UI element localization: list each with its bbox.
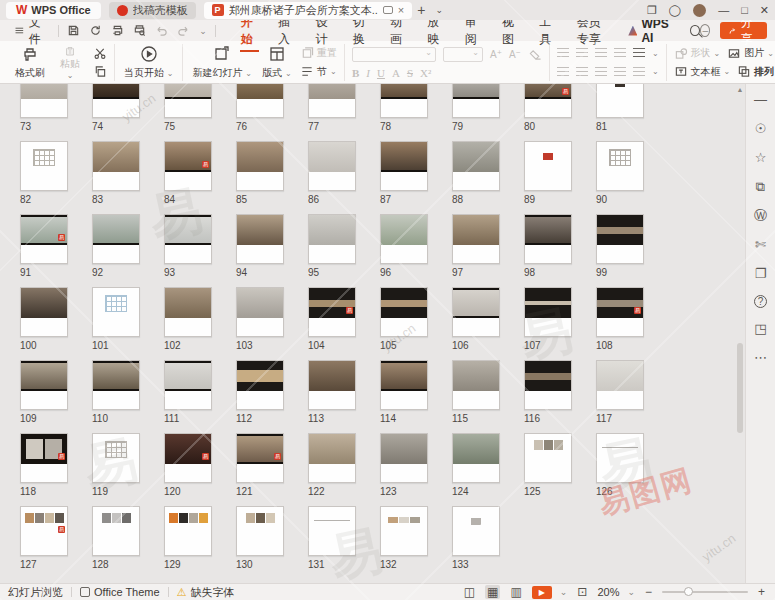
- reading-view-button[interactable]: ▥: [508, 585, 523, 599]
- slide-thumbnail-126[interactable]: [596, 433, 644, 483]
- paste-button[interactable]: 粘贴 ⌄: [53, 44, 87, 81]
- minimize-button[interactable]: —: [718, 4, 729, 16]
- increase-indent-icon[interactable]: [614, 48, 626, 58]
- slide-thumbnail-123[interactable]: [380, 433, 428, 483]
- app-button[interactable]: W WPS Office: [6, 2, 101, 19]
- slide-thumbnail-84[interactable]: 易: [164, 141, 212, 191]
- comment-icon[interactable]: [383, 6, 393, 14]
- slide-thumbnail-116[interactable]: [524, 360, 572, 410]
- slide-thumbnail-130[interactable]: [236, 506, 284, 556]
- slide-thumbnail-74[interactable]: [92, 84, 140, 118]
- slide-thumbnail-132[interactable]: [380, 506, 428, 556]
- slide-thumbnail-81[interactable]: [596, 84, 644, 118]
- slide-thumbnail-133[interactable]: [452, 506, 500, 556]
- slide-thumbnail-82[interactable]: [20, 141, 68, 191]
- share-button[interactable]: 分享: [720, 22, 767, 39]
- redo-icon[interactable]: [177, 24, 190, 37]
- slide-thumbnail-87[interactable]: [380, 141, 428, 191]
- notebook-icon[interactable]: ❐: [753, 266, 769, 282]
- play-options-chevron-icon[interactable]: ⌄: [560, 587, 568, 597]
- play-from-current-button[interactable]: 当页开始 ⌄: [122, 44, 175, 81]
- slide-thumbnail-75[interactable]: [164, 84, 212, 118]
- slide-thumbnail-89[interactable]: [524, 141, 572, 191]
- slide-thumbnail-85[interactable]: [236, 141, 284, 191]
- slide-thumbnail-122[interactable]: [308, 433, 356, 483]
- tab-list-chevron-icon[interactable]: ⌄: [430, 5, 448, 15]
- decrease-indent-icon[interactable]: [595, 48, 607, 58]
- picture-button[interactable]: 图片⌄: [727, 46, 774, 60]
- slide-thumbnail-107[interactable]: [524, 287, 572, 337]
- shapes-button[interactable]: 形状⌄: [674, 46, 721, 60]
- tools-icon[interactable]: ✄: [753, 237, 769, 253]
- globe-icon[interactable]: ◯: [669, 4, 681, 17]
- font-style-button-S[interactable]: S: [407, 67, 413, 79]
- decrease-font-button[interactable]: A⁻: [509, 49, 521, 60]
- slide-thumbnail-105[interactable]: [380, 287, 428, 337]
- font-style-button-I[interactable]: I: [366, 67, 370, 79]
- slide-thumbnail-73[interactable]: [20, 84, 68, 118]
- slide-thumbnail-125[interactable]: [524, 433, 572, 483]
- new-tab-button[interactable]: +: [412, 2, 430, 18]
- slide-thumbnail-129[interactable]: [164, 506, 212, 556]
- slide-thumbnail-93[interactable]: [164, 214, 212, 264]
- normal-view-button[interactable]: ◫: [462, 585, 477, 599]
- slide-thumbnail-100[interactable]: [20, 287, 68, 337]
- slide-thumbnail-97[interactable]: [452, 214, 500, 264]
- layout-button[interactable]: 版式 ⌄: [260, 44, 294, 81]
- slide-thumbnail-95[interactable]: [308, 214, 356, 264]
- slide-thumbnail-118[interactable]: 易: [20, 433, 68, 483]
- slide-thumbnail-120[interactable]: 易: [164, 433, 212, 483]
- cut-icon[interactable]: [93, 47, 107, 60]
- slide-thumbnail-76[interactable]: [236, 84, 284, 118]
- slide-thumbnail-124[interactable]: [452, 433, 500, 483]
- numbered-list-icon[interactable]: [576, 48, 588, 58]
- zoom-in-button[interactable]: +: [756, 585, 767, 599]
- scroll-up-icon[interactable]: ▲: [735, 86, 745, 93]
- theme-label[interactable]: Office Theme: [94, 586, 160, 598]
- maximize-button[interactable]: □: [741, 4, 748, 16]
- bullet-list-icon[interactable]: [557, 48, 569, 58]
- collapse-icon[interactable]: —: [753, 92, 769, 108]
- slide-thumbnail-127[interactable]: 易: [20, 506, 68, 556]
- undo-icon[interactable]: [155, 24, 168, 37]
- gift-icon[interactable]: ◳: [753, 321, 769, 337]
- slide-thumbnail-112[interactable]: [236, 360, 284, 410]
- slide-thumbnail-117[interactable]: [596, 360, 644, 410]
- slide-thumbnail-88[interactable]: [452, 141, 500, 191]
- section-button[interactable]: 节 ⌄: [300, 65, 337, 79]
- slide-sorter-view-button[interactable]: ▦: [485, 585, 500, 599]
- arrange-button[interactable]: 排列⌄: [737, 65, 775, 79]
- slide-thumbnail-121[interactable]: 易: [236, 433, 284, 483]
- format-painter-button[interactable]: 格式刷: [13, 44, 47, 81]
- slide-thumbnail-103[interactable]: [236, 287, 284, 337]
- scrollbar-thumb[interactable]: [737, 343, 743, 433]
- slide-thumbnail-108[interactable]: 易: [596, 287, 644, 337]
- slide-thumbnail-91[interactable]: 易: [20, 214, 68, 264]
- close-tab-icon[interactable]: ×: [398, 4, 404, 16]
- slide-thumbnail-99[interactable]: [596, 214, 644, 264]
- slide-thumbnail-78[interactable]: [380, 84, 428, 118]
- slide-thumbnail-104[interactable]: 易: [308, 287, 356, 337]
- zoom-percent[interactable]: 20%: [597, 586, 619, 598]
- slide-thumbnail-114[interactable]: [380, 360, 428, 410]
- slide-thumbnail-80[interactable]: 易: [524, 84, 572, 118]
- slide-thumbnail-98[interactable]: [524, 214, 572, 264]
- slide-thumbnail-119[interactable]: [92, 433, 140, 483]
- font-style-button-B[interactable]: B: [352, 67, 359, 79]
- font-style-button-U[interactable]: U: [377, 67, 385, 79]
- slide-thumbnail-102[interactable]: [164, 287, 212, 337]
- quick-access-chevron-icon[interactable]: ⌄: [199, 26, 207, 36]
- zoom-slider[interactable]: [662, 591, 748, 593]
- text-direction-icon[interactable]: [633, 48, 645, 58]
- zoom-chevron-icon[interactable]: ⌄: [627, 587, 635, 597]
- slide-sorter-area[interactable]: 73747576777879易80818283易84858687888990易9…: [0, 84, 745, 583]
- slide-thumbnail-83[interactable]: [92, 141, 140, 191]
- avatar[interactable]: [693, 4, 706, 17]
- fit-window-button[interactable]: ⊡: [575, 585, 589, 599]
- search-icon[interactable]: [690, 25, 700, 36]
- doc-tab-template-store[interactable]: 找稿壳模板: [109, 2, 196, 19]
- vertical-scrollbar[interactable]: ▲: [735, 84, 745, 583]
- slide-thumbnail-110[interactable]: [92, 360, 140, 410]
- help-icon[interactable]: ?: [754, 295, 767, 308]
- slide-thumbnail-113[interactable]: [308, 360, 356, 410]
